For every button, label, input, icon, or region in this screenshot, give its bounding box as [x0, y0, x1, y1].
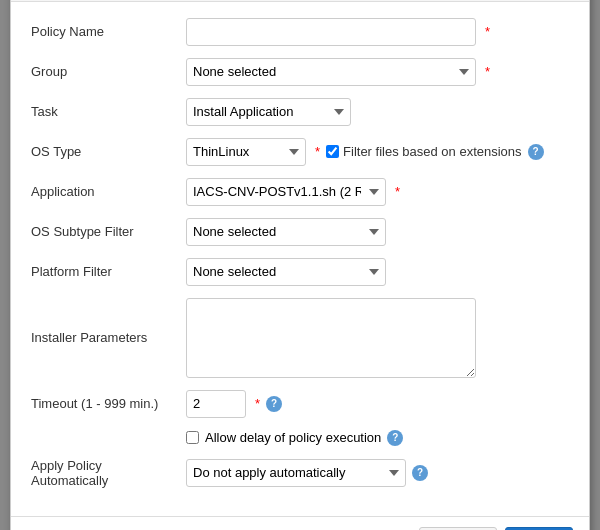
application-label: Application	[31, 184, 186, 199]
apply-policy-select[interactable]: Do not apply automatically	[186, 459, 406, 487]
apply-policy-label: Apply Policy Automatically	[31, 458, 186, 488]
allow-delay-row: Allow delay of policy execution ?	[31, 430, 569, 446]
group-label: Group	[31, 64, 186, 79]
installer-params-label: Installer Parameters	[31, 330, 186, 345]
group-required: *	[485, 64, 490, 79]
timeout-required: *	[255, 396, 260, 411]
timeout-help-icon[interactable]: ?	[266, 396, 282, 412]
timeout-control: * ?	[186, 390, 569, 418]
os-type-required: *	[315, 144, 320, 159]
policy-name-label: Policy Name	[31, 24, 186, 39]
task-row: Task Install Application	[31, 98, 569, 126]
os-type-control: ThinLinux * Filter files based on extens…	[186, 138, 569, 166]
policy-name-input[interactable]	[186, 18, 476, 46]
policy-name-row: Policy Name *	[31, 18, 569, 46]
group-row: Group None selected *	[31, 58, 569, 86]
filter-help-icon[interactable]: ?	[528, 144, 544, 160]
os-type-label: OS Type	[31, 144, 186, 159]
save-button[interactable]: Save	[505, 527, 573, 531]
application-required: *	[395, 184, 400, 199]
os-subtype-select[interactable]: None selected	[186, 218, 386, 246]
installer-params-row: Installer Parameters	[31, 298, 569, 378]
dialog-add-standard-app-policy: Add Standard App Policy × Policy Name * …	[10, 0, 590, 530]
platform-select[interactable]: None selected	[186, 258, 386, 286]
policy-name-required: *	[485, 24, 490, 39]
task-control: Install Application	[186, 98, 569, 126]
policy-name-control: *	[186, 18, 569, 46]
filter-checkbox-label[interactable]: Filter files based on extensions	[326, 144, 521, 159]
allow-delay-checkbox[interactable]	[186, 431, 199, 444]
installer-params-textarea[interactable]	[186, 298, 476, 378]
cancel-button[interactable]: Cancel	[419, 527, 497, 531]
filter-checkbox[interactable]	[326, 145, 339, 158]
apply-policy-row: Apply Policy Automatically Do not apply …	[31, 458, 569, 488]
os-type-select[interactable]: ThinLinux	[186, 138, 306, 166]
timeout-label: Timeout (1 - 999 min.)	[31, 396, 186, 411]
apply-policy-control: Do not apply automatically ?	[186, 459, 569, 487]
timeout-input[interactable]	[186, 390, 246, 418]
platform-control: None selected	[186, 258, 569, 286]
os-subtype-label: OS Subtype Filter	[31, 224, 186, 239]
dialog-body: Policy Name * Group None selected * Task…	[11, 2, 589, 516]
apply-policy-help-icon[interactable]: ?	[412, 465, 428, 481]
application-row: Application IACS-CNV-POSTv1.1.sh (2 Repo…	[31, 178, 569, 206]
task-select[interactable]: Install Application	[186, 98, 351, 126]
timeout-row: Timeout (1 - 999 min.) * ?	[31, 390, 569, 418]
task-label: Task	[31, 104, 186, 119]
os-subtype-row: OS Subtype Filter None selected	[31, 218, 569, 246]
group-select[interactable]: None selected	[186, 58, 476, 86]
allow-delay-label: Allow delay of policy execution	[205, 430, 381, 445]
platform-label: Platform Filter	[31, 264, 186, 279]
os-subtype-control: None selected	[186, 218, 569, 246]
dialog-footer: Cancel Save	[11, 516, 589, 531]
allow-delay-help-icon[interactable]: ?	[387, 430, 403, 446]
group-control: None selected *	[186, 58, 569, 86]
application-select[interactable]: IACS-CNV-POSTv1.1.sh (2 Reposi	[186, 178, 386, 206]
application-control: IACS-CNV-POSTv1.1.sh (2 Reposi *	[186, 178, 569, 206]
os-type-row: OS Type ThinLinux * Filter files based o…	[31, 138, 569, 166]
platform-row: Platform Filter None selected	[31, 258, 569, 286]
installer-params-control	[186, 298, 569, 378]
filter-label: Filter files based on extensions	[343, 144, 521, 159]
